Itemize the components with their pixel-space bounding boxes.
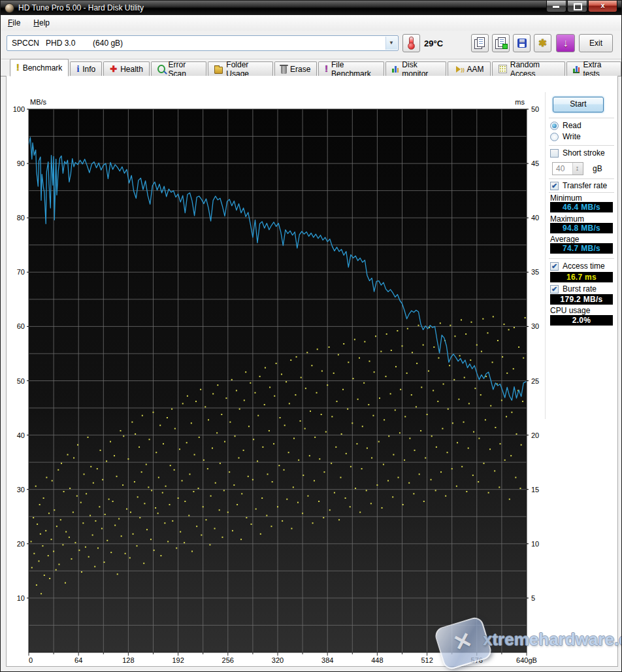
close-icon: x: [589, 1, 617, 9]
temperature-value: 29°C: [424, 39, 443, 48]
short-stroke-unit: gB: [593, 164, 602, 173]
drive-select-dropdown[interactable]: SPCCN PHD 3.0 (640 gB): [7, 35, 399, 51]
spinner-arrows-icon[interactable]: [572, 163, 583, 175]
svg-text:45: 45: [531, 160, 539, 167]
svg-text:35: 35: [531, 268, 539, 276]
svg-text:512: 512: [421, 656, 433, 664]
svg-text:40: 40: [531, 214, 539, 222]
write-radio-row[interactable]: Write: [550, 132, 581, 141]
short-stroke-row[interactable]: Short stroke: [550, 148, 605, 158]
gear-icon: [538, 37, 547, 49]
download-button[interactable]: [556, 34, 575, 52]
tab-disk-monitor[interactable]: Disk monitor: [385, 61, 446, 76]
svg-text:50: 50: [17, 377, 25, 385]
minimize-button[interactable]: [546, 1, 566, 12]
exit-button[interactable]: Exit: [579, 34, 613, 52]
svg-text:90: 90: [17, 160, 25, 167]
svg-text:30: 30: [531, 322, 539, 330]
menu-file[interactable]: File: [1, 16, 27, 29]
save-icon: [517, 39, 527, 48]
maximize-button[interactable]: [567, 1, 587, 12]
minimum-value: 46.4 MB/s: [550, 202, 613, 212]
average-label: Average: [550, 235, 579, 244]
svg-text:448: 448: [371, 656, 383, 664]
window-title: HD Tune Pro 5.00 - Hard Disk Utility: [18, 3, 144, 12]
svg-text:0: 0: [29, 656, 33, 664]
copy-icon: [477, 37, 485, 47]
svg-text:64: 64: [74, 656, 82, 664]
burst-rate-row[interactable]: Burst rate: [550, 284, 597, 294]
transfer-rate-row[interactable]: Transfer rate: [550, 181, 607, 190]
menu-help[interactable]: Help: [27, 16, 56, 29]
svg-text:256: 256: [222, 656, 234, 664]
divider: [549, 145, 614, 146]
write-radio[interactable]: [550, 133, 559, 141]
thermometer-icon: [409, 37, 414, 48]
read-radio-row[interactable]: Read: [550, 121, 581, 130]
short-stroke-checkbox[interactable]: [550, 149, 559, 158]
tab-erase[interactable]: Erase: [274, 61, 317, 76]
chart-canvas: 100908070605040302010MB/s504540353025201…: [10, 95, 542, 667]
tab-file-benchmark[interactable]: File Benchmark: [318, 61, 384, 76]
maximize-icon: [574, 3, 582, 10]
svg-text:640gB: 640gB: [516, 656, 537, 664]
start-button[interactable]: Start: [553, 97, 604, 112]
access-time-checkbox[interactable]: [550, 262, 559, 271]
app-window: HD Tune Pro 5.00 - Hard Disk Utility x F…: [0, 0, 622, 672]
minimize-icon: [553, 6, 559, 8]
file-benchmark-icon: [325, 65, 328, 73]
health-icon: [110, 65, 117, 73]
svg-text:192: 192: [172, 656, 184, 664]
svg-text:60: 60: [17, 322, 25, 330]
divider: [549, 118, 614, 119]
options-button[interactable]: [534, 34, 551, 52]
drive-select-value: SPCCN PHD 3.0 (640 gB): [12, 39, 123, 48]
read-radio[interactable]: [550, 122, 559, 130]
tab-error-scan[interactable]: Error Scan: [151, 61, 206, 76]
svg-text:20: 20: [531, 431, 539, 439]
svg-text:25: 25: [531, 377, 539, 385]
tab-extra-tests[interactable]: Extra tests: [566, 61, 621, 76]
tab-info[interactable]: Info: [70, 61, 102, 76]
burst-rate-value: 179.2 MB/s: [550, 294, 613, 305]
benchmark-chart: 100908070605040302010MB/s504540353025201…: [10, 95, 542, 667]
transfer-rate-checkbox[interactable]: [550, 182, 559, 190]
svg-text:10: 10: [531, 540, 539, 548]
access-time-row[interactable]: Access time: [550, 261, 605, 271]
chevron-down-icon[interactable]: [385, 37, 397, 50]
svg-text:20: 20: [17, 540, 25, 548]
tab-aam[interactable]: AAM: [448, 61, 491, 76]
copy-image-button[interactable]: [492, 34, 510, 52]
down-arrow-icon: [563, 37, 568, 49]
svg-text:40: 40: [17, 431, 25, 439]
copy-button[interactable]: [471, 34, 489, 52]
disk-monitor-icon: [392, 65, 399, 73]
save-button[interactable]: [513, 34, 531, 52]
toolbar: SPCCN PHD 3.0 (640 gB) 29°C Exit: [1, 31, 622, 59]
maximum-label: Maximum: [550, 214, 584, 224]
app-icon: [5, 3, 14, 13]
close-button[interactable]: x: [588, 1, 617, 12]
tab-folder-usage[interactable]: Folder Usage: [208, 61, 273, 76]
svg-text:80: 80: [17, 214, 25, 222]
svg-text:ms: ms: [515, 98, 525, 106]
error-scan-icon: [157, 65, 165, 73]
random-access-icon: [499, 65, 507, 73]
temperature-button[interactable]: [402, 34, 420, 52]
svg-text:50: 50: [531, 105, 539, 113]
menu-bar: File Help: [1, 15, 622, 31]
average-value: 74.7 MB/s: [550, 243, 613, 254]
svg-text:5: 5: [531, 594, 535, 602]
tab-random-access[interactable]: Random Access: [492, 61, 566, 76]
folder-usage-icon: [214, 67, 223, 74]
erase-icon: [281, 66, 287, 74]
divider: [549, 258, 614, 260]
copy-image-icon: [498, 37, 506, 47]
tab-health[interactable]: Health: [103, 61, 150, 76]
burst-rate-checkbox[interactable]: [550, 285, 559, 294]
short-stroke-input[interactable]: 40: [552, 162, 583, 175]
benchmark-controls: Start Read Write Short stroke 40 gB Tran…: [545, 92, 619, 419]
tab-benchmark[interactable]: Benchmark: [10, 59, 69, 76]
svg-text:128: 128: [122, 656, 134, 664]
access-time-value: 16.7 ms: [550, 272, 613, 282]
